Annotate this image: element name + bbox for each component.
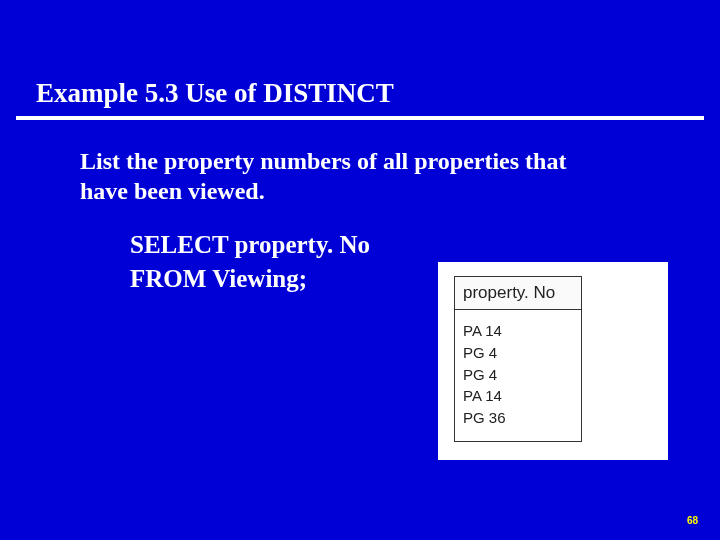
sql-line-1: SELECT property. No	[130, 228, 370, 262]
result-table: property. No PA 14 PG 4 PG 4 PA 14 PG 36	[454, 276, 582, 442]
slide-title: Example 5.3 Use of DISTINCT	[36, 78, 684, 115]
body-text: List the property numbers of all propert…	[80, 146, 620, 206]
sql-line-2: FROM Viewing;	[130, 262, 370, 296]
page-number: 68	[687, 515, 698, 526]
table-row: PA 14	[463, 320, 573, 342]
table-row: PG 4	[463, 364, 573, 386]
title-underline	[16, 116, 704, 120]
result-body: PA 14 PG 4 PG 4 PA 14 PG 36	[455, 310, 581, 441]
title-block: Example 5.3 Use of DISTINCT	[36, 78, 684, 115]
table-row: PG 36	[463, 407, 573, 429]
table-row: PA 14	[463, 385, 573, 407]
result-card: property. No PA 14 PG 4 PG 4 PA 14 PG 36	[438, 262, 668, 460]
result-header: property. No	[455, 277, 581, 310]
sql-block: SELECT property. No FROM Viewing;	[130, 228, 370, 296]
slide: Example 5.3 Use of DISTINCT List the pro…	[0, 0, 720, 540]
table-row: PG 4	[463, 342, 573, 364]
